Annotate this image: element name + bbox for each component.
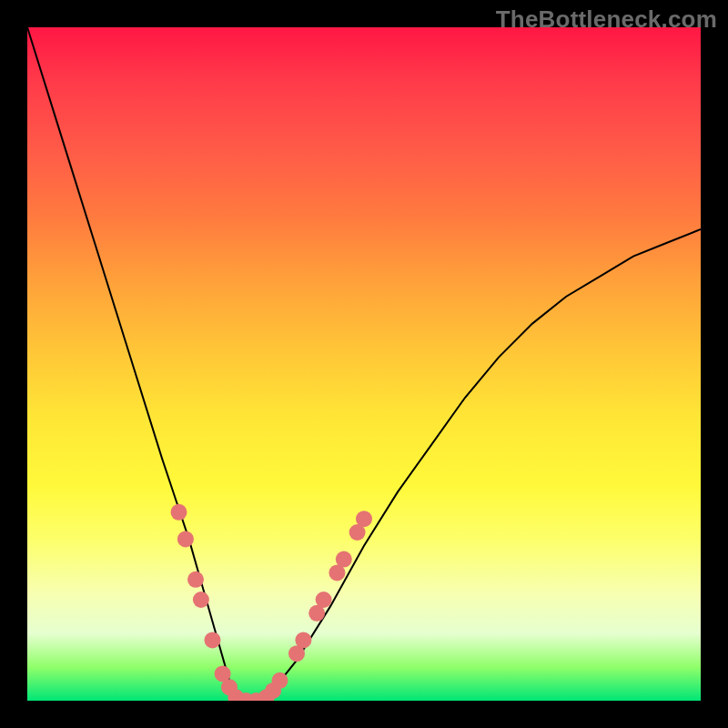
highlight-dot <box>177 531 194 547</box>
highlight-dot <box>193 592 209 608</box>
highlight-dot <box>356 511 372 527</box>
chart-frame: TheBottleneck.com <box>0 0 728 728</box>
plot-area <box>27 27 701 701</box>
highlight-dot <box>295 632 311 648</box>
highlight-dot <box>205 632 221 648</box>
highlight-dot <box>316 592 332 608</box>
highlight-dot <box>187 571 204 588</box>
highlight-dots <box>171 504 373 701</box>
highlight-dot <box>171 504 187 521</box>
bottleneck-curve <box>27 27 701 701</box>
highlight-dot <box>336 551 352 568</box>
curve-layer <box>27 27 701 701</box>
highlight-dot <box>272 672 288 689</box>
bottleneck-curve-path <box>27 27 701 701</box>
